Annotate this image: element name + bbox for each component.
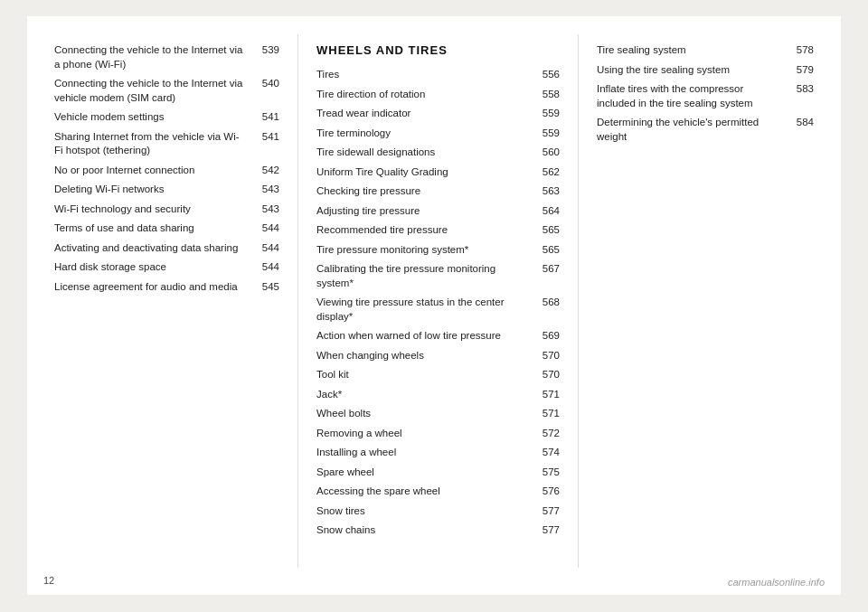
- list-item: Snow tires 577: [316, 504, 560, 519]
- toc-label: Tire pressure monitoring system*: [316, 243, 540, 258]
- toc-label: Spare wheel: [316, 466, 540, 480]
- list-item: Tire sidewall designations 560: [316, 146, 560, 160]
- toc-label: Sharing Internet from the vehicle via Wi…: [54, 130, 254, 158]
- toc-label: When changing wheels: [316, 349, 540, 363]
- list-item: Tire sealing system 578: [597, 43, 814, 58]
- toc-page: 541: [254, 130, 279, 145]
- toc-page: 583: [788, 82, 814, 97]
- list-item: License agreement for audio and media 54…: [54, 280, 279, 295]
- toc-page: 571: [540, 407, 560, 421]
- middle-column: WHEELS AND TIRES Tires 556 Tire directio…: [298, 34, 579, 568]
- toc-page: 560: [540, 146, 560, 160]
- toc-page: 565: [540, 223, 560, 238]
- toc-label: Tread wear indicator: [316, 107, 540, 121]
- list-item: When changing wheels 570: [316, 349, 560, 363]
- toc-label: Tire terminology: [316, 127, 540, 141]
- left-column: Connecting the vehicle to the Internet v…: [27, 34, 298, 568]
- toc-page: 562: [540, 165, 560, 180]
- list-item: Wi-Fi technology and security 543: [54, 202, 279, 217]
- toc-page: 541: [254, 110, 279, 125]
- toc-page: 570: [540, 349, 560, 363]
- list-item: Uniform Tire Quality Grading 562: [316, 165, 560, 180]
- list-item: Snow chains 577: [316, 523, 560, 538]
- toc-page: 568: [540, 296, 560, 310]
- list-item: Tread wear indicator 559: [316, 107, 560, 121]
- toc-page: 574: [540, 446, 560, 460]
- section-title: WHEELS AND TIRES: [316, 43, 560, 57]
- toc-page: 577: [540, 523, 560, 538]
- toc-label: Accessing the spare wheel: [316, 485, 540, 499]
- toc-label: Tires: [316, 68, 540, 82]
- toc-page: 543: [254, 202, 279, 217]
- list-item: No or poor Internet connection 542: [54, 164, 279, 178]
- toc-page: 539: [254, 43, 279, 58]
- list-item: Deleting Wi-Fi networks 543: [54, 183, 279, 197]
- toc-page: 556: [540, 68, 560, 82]
- list-item: Wheel bolts 571: [316, 407, 560, 421]
- list-item: Tire pressure monitoring system* 565: [316, 243, 560, 258]
- toc-page: 542: [254, 164, 279, 178]
- content-area: Connecting the vehicle to the Internet v…: [27, 16, 841, 595]
- toc-page: 567: [540, 262, 560, 277]
- toc-label: Adjusting tire pressure: [316, 204, 540, 219]
- toc-label: Tool kit: [316, 368, 540, 382]
- toc-page: 575: [540, 466, 560, 480]
- toc-label: Jack*: [316, 388, 540, 402]
- toc-page: 558: [540, 88, 560, 102]
- toc-label: Uniform Tire Quality Grading: [316, 165, 540, 180]
- list-item: Tires 556: [316, 68, 560, 82]
- toc-page: 569: [540, 329, 560, 344]
- toc-label: Terms of use and data sharing: [54, 221, 254, 236]
- toc-label: Determining the vehicle's permitted weig…: [597, 116, 788, 144]
- toc-label: Tire sidewall designations: [316, 146, 540, 160]
- toc-label: Connecting the vehicle to the Internet v…: [54, 77, 254, 105]
- toc-label: License agreement for audio and media: [54, 280, 254, 295]
- toc-page: 564: [540, 204, 560, 219]
- list-item: Calibrating the tire pressure monitoring…: [316, 262, 560, 290]
- toc-label: Activating and deactivating data sharing: [54, 241, 254, 256]
- toc-page: 545: [254, 280, 279, 295]
- toc-label: Wi-Fi technology and security: [54, 202, 254, 217]
- right-column: Tire sealing system 578 Using the tire s…: [579, 34, 832, 568]
- page: Connecting the vehicle to the Internet v…: [27, 16, 841, 595]
- toc-page: 543: [254, 183, 279, 197]
- list-item: Connecting the vehicle to the Internet v…: [54, 77, 279, 105]
- list-item: Inflate tires with the compressor includ…: [597, 82, 814, 110]
- list-item: Determining the vehicle's permitted weig…: [597, 116, 814, 144]
- list-item: Adjusting tire pressure 564: [316, 204, 560, 219]
- list-item: Jack* 571: [316, 388, 560, 402]
- toc-label: Tire direction of rotation: [316, 88, 540, 102]
- toc-page: 578: [788, 43, 814, 58]
- toc-label: Vehicle modem settings: [54, 110, 254, 125]
- list-item: Removing a wheel 572: [316, 427, 560, 441]
- toc-label: Wheel bolts: [316, 407, 540, 421]
- toc-page: 576: [540, 485, 560, 499]
- toc-label: Using the tire sealing system: [597, 63, 788, 78]
- list-item: Connecting the vehicle to the Internet v…: [54, 43, 279, 71]
- toc-page: 559: [540, 127, 560, 141]
- list-item: Checking tire pressure 563: [316, 184, 560, 199]
- toc-label: Viewing tire pressure status in the cent…: [316, 296, 540, 324]
- toc-page: 544: [254, 221, 279, 236]
- toc-page: 540: [254, 77, 279, 91]
- list-item: Vehicle modem settings 541: [54, 110, 279, 125]
- list-item: Sharing Internet from the vehicle via Wi…: [54, 130, 279, 158]
- list-item: Installing a wheel 574: [316, 446, 560, 460]
- toc-label: No or poor Internet connection: [54, 164, 254, 178]
- toc-label: Snow tires: [316, 504, 540, 519]
- list-item: Terms of use and data sharing 544: [54, 221, 279, 236]
- toc-page: 571: [540, 388, 560, 402]
- toc-label: Checking tire pressure: [316, 184, 540, 199]
- toc-page: 544: [254, 241, 279, 256]
- list-item: Activating and deactivating data sharing…: [54, 241, 279, 256]
- toc-label: Removing a wheel: [316, 427, 540, 441]
- toc-page: 572: [540, 427, 560, 441]
- toc-label: Action when warned of low tire pressure: [316, 329, 540, 344]
- toc-page: 544: [254, 260, 279, 275]
- list-item: Viewing tire pressure status in the cent…: [316, 296, 560, 324]
- list-item: Tire terminology 559: [316, 127, 560, 141]
- toc-page: 577: [540, 504, 560, 519]
- toc-page: 563: [540, 184, 560, 199]
- list-item: Tire direction of rotation 558: [316, 88, 560, 102]
- toc-label: Inflate tires with the compressor includ…: [597, 82, 788, 110]
